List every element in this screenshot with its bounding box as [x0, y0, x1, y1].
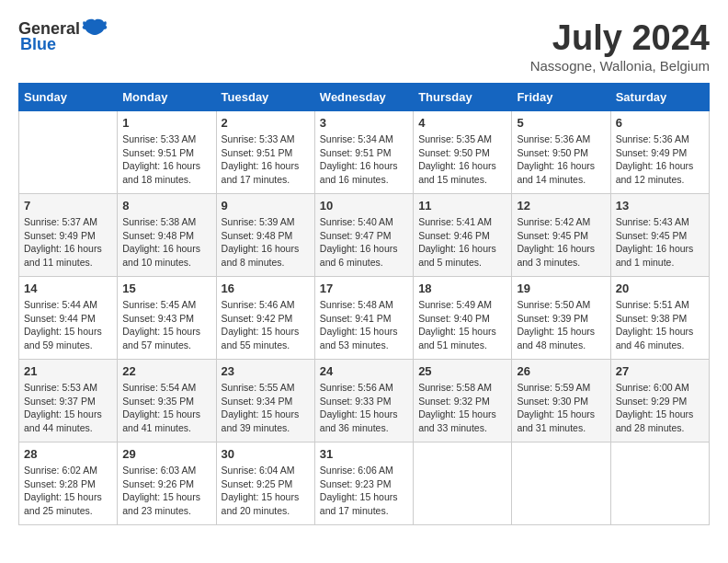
cell-week3-day4: 17Sunrise: 5:48 AM Sunset: 9:41 PM Dayli…: [314, 277, 413, 360]
day-number: 26: [517, 364, 605, 378]
day-number: 27: [616, 364, 704, 378]
day-content: Sunrise: 5:58 AM Sunset: 9:32 PM Dayligh…: [418, 381, 506, 435]
day-content: Sunrise: 5:34 AM Sunset: 9:51 PM Dayligh…: [320, 132, 408, 187]
day-content: Sunrise: 6:00 AM Sunset: 9:29 PM Dayligh…: [616, 381, 704, 435]
cell-week4-day4: 24Sunrise: 5:56 AM Sunset: 9:33 PM Dayli…: [314, 360, 413, 442]
day-number: 18: [418, 282, 506, 295]
day-content: Sunrise: 5:46 AM Sunset: 9:42 PM Dayligh…: [222, 298, 310, 352]
day-content: Sunrise: 5:33 AM Sunset: 9:51 PM Dayligh…: [222, 132, 310, 187]
day-content: Sunrise: 5:41 AM Sunset: 9:46 PM Dayligh…: [418, 215, 506, 270]
cell-week1-day6: 5Sunrise: 5:36 AM Sunset: 9:50 PM Daylig…: [512, 111, 610, 194]
day-content: Sunrise: 5:36 AM Sunset: 9:49 PM Dayligh…: [616, 132, 704, 187]
cell-week4-day5: 25Sunrise: 5:58 AM Sunset: 9:32 PM Dayli…: [414, 360, 512, 442]
cell-week1-day3: 2Sunrise: 5:33 AM Sunset: 9:51 PM Daylig…: [216, 111, 314, 194]
day-number: 31: [320, 447, 408, 461]
cell-week2-day5: 11Sunrise: 5:41 AM Sunset: 9:46 PM Dayli…: [414, 194, 512, 277]
day-content: Sunrise: 5:39 AM Sunset: 9:48 PM Dayligh…: [222, 215, 310, 270]
day-number: 28: [24, 447, 112, 461]
cell-week1-day1: [19, 111, 118, 194]
calendar-header-row: SundayMondayTuesdayWednesdayThursdayFrid…: [19, 84, 710, 111]
day-number: 22: [122, 364, 210, 378]
cell-week2-day3: 9Sunrise: 5:39 AM Sunset: 9:48 PM Daylig…: [216, 194, 314, 277]
day-number: 21: [24, 364, 112, 378]
day-number: 6: [616, 116, 704, 130]
logo: General Blue: [18, 18, 109, 54]
cell-week3-day5: 18Sunrise: 5:49 AM Sunset: 9:40 PM Dayli…: [414, 277, 512, 360]
calendar-table: SundayMondayTuesdayWednesdayThursdayFrid…: [18, 83, 710, 525]
cell-week3-day7: 20Sunrise: 5:51 AM Sunset: 9:38 PM Dayli…: [610, 277, 709, 360]
location-subtitle: Nassogne, Wallonia, Belgium: [530, 58, 710, 74]
day-number: 5: [517, 116, 605, 130]
day-content: Sunrise: 6:06 AM Sunset: 9:23 PM Dayligh…: [320, 464, 408, 518]
cell-week3-day2: 15Sunrise: 5:45 AM Sunset: 9:43 PM Dayli…: [118, 277, 216, 360]
day-content: Sunrise: 5:54 AM Sunset: 9:35 PM Dayligh…: [122, 381, 210, 435]
header-saturday: Saturday: [610, 84, 709, 111]
day-number: 29: [122, 447, 210, 461]
day-content: Sunrise: 5:40 AM Sunset: 9:47 PM Dayligh…: [320, 215, 408, 270]
day-content: Sunrise: 5:45 AM Sunset: 9:43 PM Dayligh…: [122, 298, 210, 352]
day-content: Sunrise: 5:51 AM Sunset: 9:38 PM Dayligh…: [616, 298, 704, 352]
week-row-3: 14Sunrise: 5:44 AM Sunset: 9:44 PM Dayli…: [19, 277, 710, 360]
day-content: Sunrise: 5:43 AM Sunset: 9:45 PM Dayligh…: [616, 215, 704, 270]
day-number: 11: [418, 199, 506, 213]
day-number: 14: [24, 282, 112, 295]
week-row-2: 7Sunrise: 5:37 AM Sunset: 9:49 PM Daylig…: [19, 194, 710, 277]
cell-week2-day2: 8Sunrise: 5:38 AM Sunset: 9:48 PM Daylig…: [118, 194, 216, 277]
cell-week2-day7: 13Sunrise: 5:43 AM Sunset: 9:45 PM Dayli…: [610, 194, 709, 277]
cell-week2-day4: 10Sunrise: 5:40 AM Sunset: 9:47 PM Dayli…: [314, 194, 413, 277]
header-thursday: Thursday: [414, 84, 512, 111]
day-number: 10: [320, 199, 408, 213]
cell-week1-day2: 1Sunrise: 5:33 AM Sunset: 9:51 PM Daylig…: [118, 111, 216, 194]
cell-week2-day1: 7Sunrise: 5:37 AM Sunset: 9:49 PM Daylig…: [19, 194, 118, 277]
day-content: Sunrise: 5:59 AM Sunset: 9:30 PM Dayligh…: [517, 381, 605, 435]
header-tuesday: Tuesday: [216, 84, 314, 111]
cell-week3-day6: 19Sunrise: 5:50 AM Sunset: 9:39 PM Dayli…: [512, 277, 610, 360]
cell-week1-day4: 3Sunrise: 5:34 AM Sunset: 9:51 PM Daylig…: [314, 111, 413, 194]
cell-week4-day1: 21Sunrise: 5:53 AM Sunset: 9:37 PM Dayli…: [19, 360, 118, 442]
day-content: Sunrise: 5:55 AM Sunset: 9:34 PM Dayligh…: [222, 381, 310, 435]
day-number: 1: [122, 116, 210, 130]
day-number: 19: [517, 282, 605, 295]
day-content: Sunrise: 6:02 AM Sunset: 9:28 PM Dayligh…: [24, 464, 112, 518]
day-number: 4: [418, 116, 506, 130]
day-number: 23: [222, 364, 310, 378]
month-year-title: July 2024: [530, 18, 710, 58]
cell-week5-day1: 28Sunrise: 6:02 AM Sunset: 9:28 PM Dayli…: [19, 442, 118, 525]
day-number: 8: [122, 199, 210, 213]
cell-week5-day2: 29Sunrise: 6:03 AM Sunset: 9:26 PM Dayli…: [118, 442, 216, 525]
day-number: 30: [222, 447, 310, 461]
day-number: 15: [122, 282, 210, 295]
day-content: Sunrise: 5:56 AM Sunset: 9:33 PM Dayligh…: [320, 381, 408, 435]
day-number: 17: [320, 282, 408, 295]
cell-week1-day5: 4Sunrise: 5:35 AM Sunset: 9:50 PM Daylig…: [414, 111, 512, 194]
day-content: Sunrise: 5:33 AM Sunset: 9:51 PM Dayligh…: [122, 132, 210, 187]
header-wednesday: Wednesday: [314, 84, 413, 111]
cell-week5-day7: [610, 442, 709, 525]
cell-week4-day2: 22Sunrise: 5:54 AM Sunset: 9:35 PM Dayli…: [118, 360, 216, 442]
day-number: 20: [616, 282, 704, 295]
week-row-4: 21Sunrise: 5:53 AM Sunset: 9:37 PM Dayli…: [19, 360, 710, 442]
day-content: Sunrise: 5:42 AM Sunset: 9:45 PM Dayligh…: [517, 215, 605, 270]
day-number: 13: [616, 199, 704, 213]
day-content: Sunrise: 5:53 AM Sunset: 9:37 PM Dayligh…: [24, 381, 112, 435]
day-content: Sunrise: 5:50 AM Sunset: 9:39 PM Dayligh…: [517, 298, 605, 352]
header-sunday: Sunday: [19, 84, 118, 111]
day-content: Sunrise: 5:48 AM Sunset: 9:41 PM Dayligh…: [320, 298, 408, 352]
logo-bird-icon: [82, 18, 108, 39]
day-number: 3: [320, 116, 408, 130]
cell-week4-day7: 27Sunrise: 6:00 AM Sunset: 9:29 PM Dayli…: [610, 360, 709, 442]
day-content: Sunrise: 5:38 AM Sunset: 9:48 PM Dayligh…: [122, 215, 210, 270]
cell-week5-day5: [414, 442, 512, 525]
day-content: Sunrise: 5:35 AM Sunset: 9:50 PM Dayligh…: [418, 132, 506, 187]
cell-week5-day4: 31Sunrise: 6:06 AM Sunset: 9:23 PM Dayli…: [314, 442, 413, 525]
day-content: Sunrise: 6:03 AM Sunset: 9:26 PM Dayligh…: [122, 464, 210, 518]
day-number: 2: [222, 116, 310, 130]
day-content: Sunrise: 5:36 AM Sunset: 9:50 PM Dayligh…: [517, 132, 605, 187]
cell-week5-day6: [512, 442, 610, 525]
page-header: General Blue July 2024 Nassogne, Walloni…: [18, 18, 710, 74]
week-row-5: 28Sunrise: 6:02 AM Sunset: 9:28 PM Dayli…: [19, 442, 710, 525]
cell-week1-day7: 6Sunrise: 5:36 AM Sunset: 9:49 PM Daylig…: [610, 111, 709, 194]
cell-week4-day3: 23Sunrise: 5:55 AM Sunset: 9:34 PM Dayli…: [216, 360, 314, 442]
logo-blue-text: Blue: [20, 35, 56, 54]
day-number: 9: [222, 199, 310, 213]
